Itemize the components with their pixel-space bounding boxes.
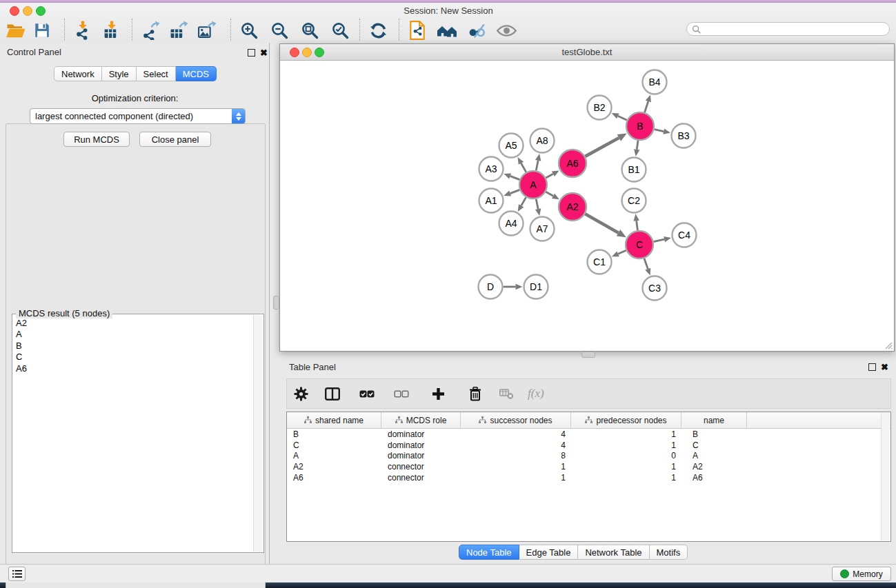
app-zoom-button[interactable] [36,6,46,16]
node-table-scrollbar[interactable] [881,413,890,540]
mcds-result-item[interactable]: A6 [16,363,253,374]
network-window-minimize-button[interactable] [302,48,312,57]
show-view-button[interactable] [494,19,519,42]
column-header-successor-nodes[interactable]: successor nodes [461,412,571,428]
optimization-criterion-dropdown[interactable]: largest connected component (directed) [30,108,246,124]
graph-edge-A-A4[interactable] [518,197,526,212]
graph-edge-B-B4[interactable] [645,95,651,113]
graph-edge-A-A3[interactable] [504,173,519,179]
graph-node-A[interactable]: A [519,171,547,199]
graph-edge-A-A5[interactable] [518,157,526,172]
graph-node-A3[interactable]: A3 [479,157,504,181]
split-table-button[interactable] [315,382,350,405]
mcds-result-scrollbar[interactable] [253,315,263,551]
graph-edge-B-B2[interactable] [612,113,627,120]
home-button[interactable] [435,19,459,42]
graph-node-B[interactable]: B [626,112,654,140]
zoom-fit-button[interactable] [297,19,322,42]
graph-node-B1[interactable]: B1 [622,158,646,182]
control-panel-float-icon[interactable] [248,49,255,57]
graph-edge-A-A6[interactable] [546,171,559,178]
mcds-result-item[interactable]: A [16,329,253,340]
tab-mcds[interactable]: MCDS [176,66,217,81]
column-header-MCDS-role[interactable]: MCDS role [381,412,461,428]
splitter-grip-horizontal[interactable] [581,352,595,358]
network-window-zoom-button[interactable] [315,48,324,57]
show-panels-button[interactable] [8,567,26,581]
graph-edge-C-C3[interactable] [644,258,650,276]
table-row[interactable]: Bdominator41B [287,429,890,440]
run-mcds-button[interactable]: Run MCDS [63,132,130,147]
table-panel-close-icon[interactable]: ✖ [881,364,888,370]
graph-node-A4[interactable]: A4 [499,212,524,236]
graph-node-A1[interactable]: A1 [479,189,504,213]
mcds-result-list[interactable]: A2ABCA6 [13,316,253,551]
select-all-columns-button[interactable] [350,382,384,405]
control-panel-close-icon[interactable]: ✖ [260,50,268,56]
column-header-predecessor-nodes[interactable]: predecessor nodes [571,412,681,428]
tab-motifs[interactable]: Motifs [650,545,688,560]
graph-edge-A6-B[interactable] [585,134,626,156]
tab-style[interactable]: Style [102,66,137,81]
graph-node-A5[interactable]: A5 [499,134,524,158]
dropdown-stepper-icon[interactable] [232,109,245,123]
network-window-resize-grip[interactable] [884,341,893,349]
apply-layout-button[interactable] [366,19,390,42]
network-file-button[interactable] [405,19,430,42]
graph-edge-A-A7[interactable] [535,199,541,216]
deselect-all-columns-button[interactable] [384,382,419,405]
graph-node-C2[interactable]: C2 [622,189,646,213]
splitter-grip-vertical[interactable] [273,296,279,310]
zoom-in-button[interactable] [237,19,261,42]
export-image-button[interactable] [195,19,219,42]
search-field[interactable] [686,22,890,36]
tab-node-table[interactable]: Node Table [459,545,519,560]
delete-column-button[interactable] [458,382,492,405]
tab-network[interactable]: Network [54,66,102,81]
hide-details-button[interactable] [464,19,489,42]
column-header-shared-name[interactable]: shared name [287,412,381,428]
table-row[interactable]: A6connector11A6 [287,472,890,483]
close-panel-button[interactable]: Close panel [139,132,211,147]
tab-network-table[interactable]: Network Table [578,545,649,560]
export-table-button[interactable] [166,19,191,42]
graph-edge-B-B3[interactable] [654,128,670,134]
graph-node-D[interactable]: D [479,275,503,299]
graph-node-D1[interactable]: D1 [524,275,548,299]
table-row[interactable]: Adominator80A [287,450,890,461]
zoom-selected-button[interactable] [328,19,352,42]
graph-edge-D-D1[interactable] [504,284,523,290]
graph-edge-A-A8[interactable] [535,154,541,170]
graph-edge-B-B1[interactable] [634,141,639,156]
graph-node-A8[interactable]: A8 [530,129,555,153]
table-panel-float-icon[interactable] [868,363,876,371]
graph-node-C1[interactable]: C1 [588,250,612,274]
save-session-button[interactable] [30,19,54,42]
graph-edge-C-C2[interactable] [633,214,639,230]
graph-node-C[interactable]: C [626,231,653,258]
column-header-name[interactable]: name [681,412,747,428]
graph-node-B3[interactable]: B3 [672,124,696,148]
import-network-button[interactable] [70,19,95,42]
network-graph-canvas[interactable]: AA6A2BCA1A3A4A5A7A8B1B2B3B4C1C2C3C4DD1 [280,60,894,350]
table-row[interactable]: Cdominator41C [287,440,890,451]
graph-edge-A-A2[interactable] [546,192,559,199]
mcds-result-item[interactable]: A2 [16,318,253,329]
table-settings-button[interactable] [287,382,315,405]
tab-select[interactable]: Select [137,66,176,81]
graph-node-A2[interactable]: A2 [559,193,586,221]
graph-edge-C-C4[interactable] [654,236,671,242]
graph-edge-A-A1[interactable] [504,190,519,196]
network-window-titlebar[interactable]: testGlobe.txt [280,44,894,61]
tab-edge-table[interactable]: Edge Table [519,545,579,560]
graph-node-C3[interactable]: C3 [643,276,667,301]
memory-button[interactable]: Memory [832,567,891,581]
graph-edge-A2-C[interactable] [585,214,626,237]
open-file-button[interactable] [3,19,28,42]
app-close-button[interactable] [10,6,19,16]
graph-node-B4[interactable]: B4 [643,70,667,94]
mcds-result-item[interactable]: C [16,352,253,363]
table-row[interactable]: A2connector11A2 [287,461,890,472]
app-minimize-button[interactable] [23,6,32,16]
graph-node-B2[interactable]: B2 [588,96,612,120]
